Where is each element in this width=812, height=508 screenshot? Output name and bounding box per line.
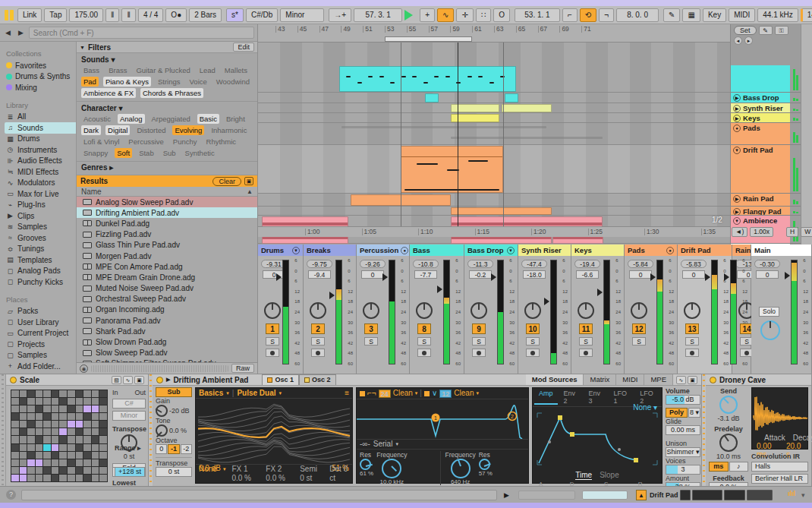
channel-header[interactable]: Pads●	[625, 245, 677, 256]
nudge-up-button[interactable]: ⦀	[121, 8, 135, 22]
scale-grid-cell[interactable]	[27, 398, 35, 405]
res2-knob[interactable]	[479, 459, 490, 470]
preview-waveform[interactable]	[91, 365, 228, 372]
loop-brace[interactable]	[385, 36, 472, 42]
scale-grid-cell[interactable]	[43, 421, 51, 428]
volume-fader-handle[interactable]	[650, 273, 656, 281]
list-item[interactable]: Glass Thin Pure Pad.adv	[77, 240, 257, 251]
scale-grid-cell[interactable]	[36, 444, 43, 451]
list-item[interactable]: Drifting Ambient Pad.adv	[77, 207, 257, 218]
scale-grid-cell[interactable]	[20, 413, 27, 420]
volume-fader-handle[interactable]	[329, 292, 335, 299]
scale-grid-cell[interactable]	[52, 452, 59, 459]
scale-grid-cell[interactable]	[11, 467, 19, 474]
channel-header[interactable]: Bass Drop▼	[464, 245, 518, 256]
scale-grid-cell[interactable]	[92, 398, 99, 405]
solo-button[interactable]: S	[579, 337, 593, 346]
tap-tempo-button[interactable]: Tap	[44, 8, 67, 22]
sidebar-place-samples[interactable]: ▢Samples	[5, 350, 76, 361]
scale-grid-cell[interactable]	[20, 405, 27, 412]
filter-tag-percussive[interactable]: Percussive	[126, 137, 165, 147]
track-fold-icon[interactable]: ▶	[733, 115, 741, 122]
track-header-unnamed[interactable]	[731, 65, 790, 93]
scale-grid-cell[interactable]	[43, 475, 51, 481]
device-view-rail[interactable]	[0, 374, 6, 486]
filter-tag-lofi-vinyl[interactable]: Lofi & Vinyl	[81, 137, 121, 147]
scale-grid-cell[interactable]	[76, 452, 83, 459]
filter-tag-piano-keys[interactable]: Piano & Keys	[103, 77, 151, 87]
peak-level-display[interactable]: -5.83	[681, 260, 707, 268]
filter-tag-woodwind[interactable]: Woodwind	[214, 77, 252, 87]
scale-save-icon[interactable]: ▣	[134, 376, 144, 384]
res1-knob[interactable]	[360, 459, 371, 470]
track-fold-icon[interactable]: ▶	[733, 195, 741, 203]
scale-grid-cell[interactable]	[36, 390, 43, 397]
volume-fader-handle[interactable]	[705, 273, 710, 281]
list-item[interactable]: Muted Noise Sweep Pad.adv	[77, 283, 257, 294]
scale-grid-cell[interactable]	[99, 405, 107, 412]
sidebar-item-modulators[interactable]: ∿Modulators	[5, 178, 76, 189]
filter2-shape-icon[interactable]: ∨	[432, 389, 437, 398]
device-chain-minimap[interactable]	[747, 490, 773, 500]
list-item[interactable]: Slow Sweep Pad.adv	[77, 348, 257, 358]
freq2-knob[interactable]	[451, 459, 471, 478]
scale-grid-cell[interactable]	[36, 405, 43, 412]
ir-waveform-display[interactable]	[752, 388, 807, 432]
scale-device-on-toggle[interactable]	[10, 377, 17, 383]
scale-grid-cell[interactable]	[59, 459, 67, 466]
scale-grid-cell[interactable]	[99, 398, 107, 405]
peak-level-display[interactable]: -47.4	[521, 260, 547, 268]
arm-button[interactable]	[579, 349, 593, 357]
sidebar-item-punchy-kicks[interactable]: ◻Punchy Kicks	[5, 276, 76, 288]
unison-mode-menu[interactable]: Shimmer ▾	[666, 447, 700, 457]
scale-grid-cell[interactable]	[92, 405, 99, 412]
fader-value[interactable]: -6.6	[576, 270, 599, 279]
filter-tag-bass[interactable]: Bass	[81, 65, 102, 75]
preview-speaker-icon[interactable]: ◉	[80, 364, 88, 373]
solo-button[interactable]: S	[526, 337, 540, 346]
wavetable-save-icon[interactable]: ▣	[688, 376, 697, 384]
wavetable-category-menu[interactable]: Basics	[199, 389, 223, 397]
scale-grid-cell[interactable]	[52, 413, 59, 420]
scale-grid-cell[interactable]	[83, 436, 91, 443]
follow-button[interactable]: →+	[329, 8, 351, 22]
track-activator[interactable]: 12	[632, 323, 646, 334]
volume-fader-handle[interactable]	[785, 272, 790, 279]
sidebar-item-midi-effects[interactable]: ≒MIDI Effects	[5, 166, 76, 178]
arm-button[interactable]	[417, 349, 431, 357]
scale-grid-cell[interactable]	[27, 467, 35, 474]
detune-value[interactable]: Det 0 ct	[329, 465, 349, 483]
scale-grid-cell[interactable]	[83, 413, 91, 420]
scale-grid-cell[interactable]	[68, 421, 75, 428]
voices-value[interactable]: 3	[666, 465, 700, 475]
volume-value[interactable]: -5.0 dB	[666, 395, 700, 405]
sidebar-item-plug-ins[interactable]: ⌁Plug-Ins	[5, 200, 76, 211]
midi-overdub-button[interactable]: ∿	[437, 8, 454, 22]
filter-tag-distorted[interactable]: Distorted	[134, 125, 168, 135]
height-zoom-button[interactable]: H	[786, 227, 798, 237]
scale-grid-cell[interactable]	[92, 467, 99, 474]
filter2-toggle[interactable]	[424, 391, 430, 396]
scale-grid-cell[interactable]	[43, 390, 51, 397]
env-mod-target[interactable]: None ▾	[633, 403, 657, 412]
sort-icon[interactable]: ▲	[247, 188, 253, 195]
list-item[interactable]: MPE Con Amore Pad.adg	[77, 261, 257, 272]
sidebar-item-grooves[interactable]: ≈Grooves	[5, 232, 76, 244]
arrangement-clip[interactable]	[505, 93, 518, 103]
scale-in-select[interactable]: C#	[112, 399, 146, 409]
list-item[interactable]: Morgen Pad.adv	[77, 251, 257, 261]
track-lane-bass-drop[interactable]	[258, 93, 730, 103]
peak-level-display[interactable]: -9.26	[360, 260, 386, 268]
tone-knob[interactable]	[156, 424, 168, 437]
scale-grid-cell[interactable]	[36, 413, 43, 420]
scale-grid-cell[interactable]	[52, 428, 59, 435]
solo-button[interactable]: S	[632, 337, 646, 346]
sidebar-place-current-project[interactable]: ▭Current Project	[5, 328, 76, 339]
track-activator[interactable]: 10	[526, 323, 540, 334]
arrangement-position[interactable]: 57. 3. 1	[354, 8, 402, 22]
sidebar-place-packs[interactable]: ▱Packs	[5, 306, 76, 317]
mixer-channel-rain-p[interactable]: Rain P-13.0606121824303642486014S	[732, 245, 751, 374]
lock-envelopes-button[interactable]: ⚿	[775, 26, 788, 35]
volume-fader-handle[interactable]	[597, 289, 603, 296]
scale-grid-cell[interactable]	[83, 452, 91, 459]
